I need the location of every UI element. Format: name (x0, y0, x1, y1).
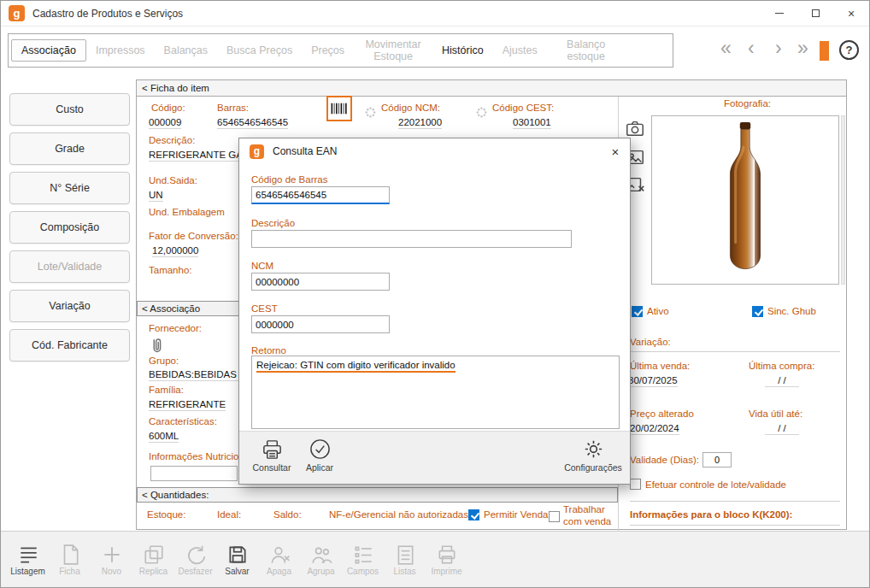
toolbar-listas[interactable]: Listas (385, 544, 425, 576)
ultima-compra-value: / / (765, 375, 799, 387)
cest-busy-icon (475, 106, 488, 119)
toolbar-salvar-label: Salvar (225, 567, 249, 576)
toolbar-agrupa[interactable]: Agrupa (301, 544, 341, 576)
photo-capture-button[interactable] (625, 118, 645, 138)
toolbar-novo-label: Novo (102, 567, 121, 576)
ncm-busy-icon (364, 106, 377, 119)
dialog-cest-input[interactable] (251, 315, 390, 333)
sinc-ghub-checkbox[interactable] (752, 306, 763, 317)
cest-label: Código CEST: (492, 103, 554, 113)
configuracoes-button[interactable]: Configurações (561, 438, 625, 473)
nfe-label: NF-e/Gerencial não autorizadas: (329, 509, 471, 520)
permitir-venda-checkbox[interactable] (468, 509, 479, 520)
configuracoes-label: Configurações (564, 462, 622, 473)
validade-dias-input[interactable] (702, 452, 732, 467)
first-record-icon[interactable]: « (720, 38, 732, 58)
toolbar-replica[interactable]: Replica (133, 544, 173, 576)
sidebar-item-custo[interactable]: Custo (9, 93, 130, 126)
fator-value: 12,000000 (152, 245, 198, 257)
tab-impressos[interactable]: Impressos (86, 40, 155, 61)
toolbar-campos[interactable]: Campos (343, 544, 383, 576)
tab-precos[interactable]: Preços (302, 40, 354, 61)
app-logo-icon: g (9, 5, 25, 21)
info-nutricional-input[interactable] (150, 466, 238, 481)
camera-icon (625, 118, 645, 138)
und-saida-value: UN (149, 190, 163, 202)
toolbar-desfazer[interactable]: Desfazer (175, 544, 215, 576)
close-button[interactable]: × (833, 1, 869, 26)
bottle-image (712, 121, 779, 279)
sidebar-item-cod-fabricante[interactable]: Cód. Fabricante (9, 329, 130, 362)
toolbar-apaga[interactable]: Apaga (259, 544, 299, 576)
preco-alterado-value: 20/02/2024 (630, 423, 679, 435)
tab-busca-precos[interactable]: Busca Preços (217, 40, 302, 61)
maximize-button[interactable] (797, 1, 833, 26)
tab-ajustes[interactable]: Ajustes (493, 40, 547, 61)
sidebar-item-composicao[interactable]: Composição (9, 211, 130, 244)
ncm-label: Código NCM: (381, 103, 440, 113)
barras-label: Barras: (217, 103, 249, 113)
last-record-icon[interactable]: » (797, 38, 808, 58)
next-record-icon[interactable]: › (775, 38, 782, 58)
toolbar-listagem[interactable]: Listagem (8, 544, 48, 576)
und-saida-label: Und.Saida: (149, 175, 197, 185)
vida-util-label: Vida útil até: (749, 409, 802, 419)
dialog-close-button[interactable]: × (601, 138, 630, 164)
sidebar-item-serie[interactable]: N° Série (9, 172, 130, 204)
ultima-venda-label: Última venda: (630, 361, 690, 371)
tab-balancas[interactable]: Balanças (155, 40, 217, 61)
dialog-title: Consulta EAN (273, 145, 337, 157)
minimize-button[interactable] (761, 1, 797, 26)
record-indicator (820, 41, 829, 61)
tab-historico[interactable]: Histórico (432, 40, 493, 61)
copy-icon (143, 544, 165, 566)
dialog-barras-label: Código de Barras (251, 174, 328, 185)
ultima-compra-label: Última compra: (749, 361, 814, 371)
tab-movimentar-estoque[interactable]: Movimentar Estoque (354, 37, 432, 65)
toolbar-novo[interactable]: Novo (91, 544, 132, 576)
tab-associacao[interactable]: Associação (11, 39, 86, 62)
dialog-barras-input[interactable] (251, 186, 390, 204)
consultar-button[interactable]: Consultar (248, 438, 296, 473)
trabalhar-venda-label: Trabalhar com venda (563, 504, 616, 528)
ativo-checkbox[interactable] (632, 306, 643, 317)
check-circle-icon (309, 438, 332, 461)
quantidades-section-header[interactable]: < Quantidades: (137, 487, 618, 503)
dialog-retorno-box[interactable]: Rejeicao: GTIN com digito verificador in… (251, 356, 620, 429)
controle-lote-checkbox[interactable] (630, 479, 641, 490)
lists-icon (394, 544, 416, 566)
vida-util-value: / / (765, 423, 799, 435)
window-title: Cadastro de Produtos e Serviços (32, 8, 183, 20)
list-icon (17, 544, 39, 566)
sidebar-item-variacao[interactable]: Variação (9, 290, 130, 322)
dialog-descricao-label: Descrição (251, 218, 295, 228)
trabalhar-venda-checkbox[interactable] (549, 511, 560, 522)
toolbar-imprime[interactable]: Imprime (426, 544, 467, 576)
toolbar-listas-label: Listas (393, 567, 415, 576)
window-controls: × (761, 1, 869, 26)
sidebar-item-grade[interactable]: Grade (9, 132, 130, 165)
sidebar-item-lote-validade[interactable]: Lote/Validade (9, 250, 130, 283)
toolbar-ficha-label: Ficha (59, 567, 79, 576)
codigo-label: Código: (151, 103, 185, 113)
tab-balanco-estoque[interactable]: Balanço estoque (547, 37, 626, 65)
ficha-section-header[interactable]: < Ficha do item (137, 80, 846, 97)
toolbar-salvar[interactable]: Salvar (217, 544, 257, 576)
barras-value: 6546546546545 (217, 117, 288, 129)
tamanho-label: Tamanho: (149, 265, 192, 275)
barcode-button[interactable] (326, 96, 352, 121)
prev-record-icon[interactable]: ‹ (748, 38, 755, 58)
help-button[interactable]: ? (839, 40, 859, 60)
photo-scrollbar[interactable] (841, 115, 845, 285)
dialog-descricao-input[interactable] (251, 230, 572, 248)
dialog-footer: Consultar Aplicar Configurações (239, 431, 630, 484)
maximize-icon (812, 9, 820, 17)
paperclip-icon[interactable] (147, 337, 166, 356)
aplicar-button[interactable]: Aplicar (299, 438, 340, 473)
ultima-venda-value: 30/07/2025 (628, 375, 678, 387)
toolbar-ficha[interactable]: Ficha (50, 544, 90, 576)
grupo-value: BEBIDAS:BEBIDAS SE (149, 369, 252, 381)
variacao-divider (630, 351, 840, 352)
bloco-k-label: Informações para o bloco K(K200): (630, 509, 792, 520)
dialog-ncm-input[interactable] (251, 273, 390, 291)
